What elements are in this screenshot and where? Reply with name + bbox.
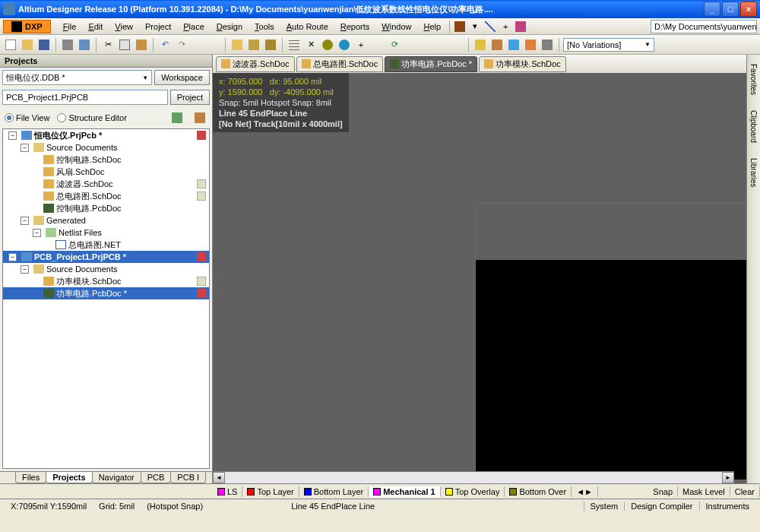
close-button[interactable]: × (740, 2, 757, 17)
tree-source-docs-1[interactable]: −Source Documents (3, 141, 209, 154)
cross-icon[interactable]: ✕ (303, 37, 318, 52)
new-icon[interactable] (3, 37, 18, 52)
status-system-button[interactable]: System (584, 502, 625, 511)
filter-3-icon[interactable] (506, 37, 521, 52)
tool-pencil-icon[interactable] (452, 19, 467, 34)
clear-button[interactable]: Clear (730, 486, 760, 497)
grid-icon[interactable] (287, 37, 302, 52)
layer-bottom-overlay[interactable]: Bottom Over (505, 486, 572, 497)
radio-file-view[interactable]: File View (5, 113, 49, 122)
dxp-button[interactable]: DXP (3, 20, 51, 33)
layer-tabs: LS Top Layer Bottom Layer Mechanical 1 T… (0, 483, 760, 499)
path-field[interactable]: D:\My Documents\yuanwenji (651, 20, 757, 33)
layer-ls[interactable]: LS (213, 486, 242, 497)
tree-doc-fan-sch[interactable]: 风扇.SchDoc (3, 166, 209, 178)
zoom-fit-icon[interactable] (230, 37, 245, 52)
tab-pcb[interactable]: PCB (141, 472, 172, 483)
doc-tab-main[interactable]: 总电路图.SchDoc (296, 56, 384, 72)
tree-doc-control-pcb[interactable]: 控制电路.PcbDoc (3, 202, 209, 214)
menu-autoroute[interactable]: Auto Route (280, 21, 334, 33)
workspace-combo[interactable]: 恒电位仪.DDB *▼ (2, 70, 152, 85)
tab-favorites[interactable]: Favorites (749, 61, 758, 98)
preview-icon[interactable] (77, 37, 92, 52)
minimize-button[interactable]: _ (704, 2, 720, 17)
tree-project-2[interactable]: −PCB_Project1.PrjPCB * (3, 251, 209, 263)
panel-opt2-icon[interactable] (192, 110, 207, 125)
copy-icon[interactable] (117, 37, 132, 52)
scroll-left-icon[interactable]: ◄ (213, 472, 225, 483)
variations-combo[interactable]: [No Variations]▼ (563, 38, 654, 52)
filter-1-icon[interactable] (473, 37, 488, 52)
tab-libraries[interactable]: Libraries (749, 155, 758, 190)
tab-clipboard[interactable]: Clipboard (749, 107, 758, 146)
tree-doc-filter-sch[interactable]: 滤波器.SchDoc (3, 178, 209, 190)
filter-5-icon[interactable] (540, 37, 555, 52)
layer-top[interactable]: Top Layer (242, 486, 299, 497)
layer-bottom[interactable]: Bottom Layer (299, 486, 369, 497)
menu-design[interactable]: Design (211, 21, 249, 33)
paste-icon[interactable] (134, 37, 149, 52)
layer-top-overlay[interactable]: Top Overlay (441, 486, 505, 497)
undo-icon[interactable]: ↶ (157, 37, 173, 52)
zoom-area-icon[interactable] (246, 37, 261, 52)
place-track-icon[interactable]: + (353, 37, 369, 52)
tree-netlist-files[interactable]: −Netlist Files (3, 226, 209, 239)
maximize-button[interactable]: □ (722, 2, 739, 17)
tree-source-docs-2[interactable]: −Source Documents (3, 263, 209, 275)
panel-opt1-icon[interactable] (169, 110, 185, 125)
scroll-right-icon[interactable]: ► (722, 472, 734, 483)
menu-file[interactable]: File (57, 21, 83, 33)
mask-level-button[interactable]: Mask Level (678, 486, 730, 497)
print-icon[interactable] (60, 37, 75, 52)
project-combo[interactable]: PCB_Project1.PrjPCB (2, 90, 168, 105)
cut-icon[interactable]: ✂ (100, 37, 116, 52)
project-tree[interactable]: −恒电位仪.PrjPcb * −Source Documents 控制电路.Sc… (2, 128, 210, 469)
tab-navigator[interactable]: Navigator (92, 472, 141, 483)
horizontal-scrollbar[interactable]: ◄ ► (213, 471, 734, 483)
menu-reports[interactable]: Reports (334, 21, 376, 33)
tool-line-icon[interactable] (483, 19, 498, 34)
project-button[interactable]: Project (170, 90, 210, 105)
tree-doc-power-pcb[interactable]: 功率电路.PcbDoc * (3, 287, 209, 299)
tab-files[interactable]: Files (15, 472, 46, 483)
tree-project-1[interactable]: −恒电位仪.PrjPcb * (3, 129, 209, 141)
menu-project[interactable]: Project (139, 21, 177, 33)
filter-4-icon[interactable] (523, 37, 538, 52)
menu-view[interactable]: View (109, 21, 139, 33)
canvas-area[interactable]: 滤波器.SchDoc 总电路图.SchDoc 功率电路.PcbDoc * 功率模… (213, 55, 746, 483)
doc-tab-filter[interactable]: 滤波器.SchDoc (216, 56, 295, 72)
menu-help[interactable]: Help (417, 21, 447, 33)
tab-projects[interactable]: Projects (46, 472, 92, 483)
tool-poly-icon[interactable] (513, 19, 528, 34)
filter-2-icon[interactable] (489, 37, 505, 52)
layer-mechanical[interactable]: Mechanical 1 (369, 486, 440, 497)
doc-tab-power-pcb[interactable]: 功率电路.PcbDoc * (385, 56, 477, 72)
snap-button[interactable]: Snap (648, 486, 678, 497)
tool-arrow-icon[interactable]: ▾ (467, 19, 483, 34)
tree-netlist-file[interactable]: 总电路图.NET (3, 239, 209, 251)
menu-tools[interactable]: Tools (249, 21, 280, 33)
doc-tab-power-mod[interactable]: 功率模块.SchDoc (479, 56, 566, 72)
tab-pcb-i[interactable]: PCB I (170, 472, 206, 483)
menu-place[interactable]: Place (177, 21, 211, 33)
open-icon[interactable] (20, 37, 35, 52)
tool-plus-icon[interactable]: + (498, 19, 513, 34)
app-icon (3, 3, 15, 15)
tree-doc-control-sch[interactable]: 控制电路.SchDoc (3, 154, 209, 166)
menu-window[interactable]: Window (375, 21, 417, 33)
tree-doc-main-sch[interactable]: 总电路图.SchDoc (3, 190, 209, 202)
place-pad-icon[interactable] (337, 37, 352, 52)
workspace-button[interactable]: Workspace (154, 70, 210, 85)
status-design-compiler-button[interactable]: Design Compiler (624, 502, 698, 511)
refresh-icon[interactable]: ⟳ (387, 37, 402, 52)
redo-icon[interactable]: ↷ (174, 37, 189, 52)
tree-generated[interactable]: −Generated (3, 214, 209, 226)
status-instruments-button[interactable]: Instruments (699, 502, 755, 511)
zoom-sel-icon[interactable] (263, 37, 278, 52)
place-via-icon[interactable] (320, 37, 335, 52)
tree-doc-power-mod-sch[interactable]: 功率模块.SchDoc (3, 275, 209, 287)
save-icon[interactable] (36, 37, 52, 52)
menu-edit[interactable]: Edit (82, 21, 109, 33)
layer-nav-icon[interactable]: ◄► (572, 486, 598, 497)
radio-structure-editor[interactable]: Structure Editor (57, 113, 126, 122)
